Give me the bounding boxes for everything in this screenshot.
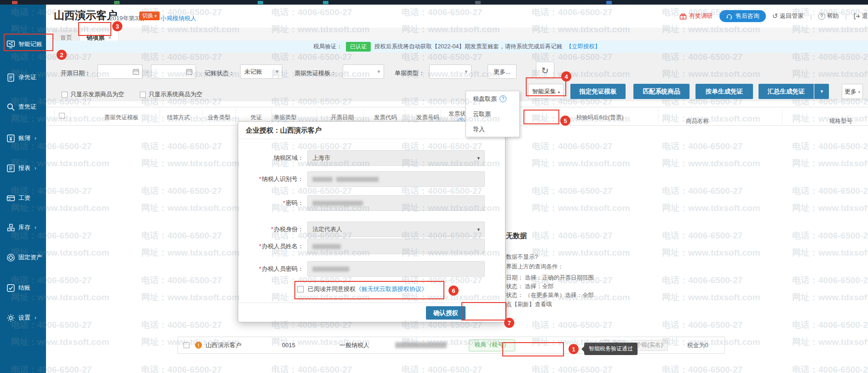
password-input[interactable]: [307, 195, 485, 211]
sidebar-item-closing[interactable]: 结账: [0, 280, 46, 296]
column-header[interactable]: 单据类型: [274, 114, 297, 122]
no-data-help-line: 状态： 选择：全部: [506, 283, 553, 291]
agreement-link[interactable]: 《账无忧云取票授权协议》: [356, 286, 427, 292]
show-empty-system-goods-checkbox[interactable]: 只显示系统商品为空: [140, 90, 202, 99]
refresh-button[interactable]: ↻: [536, 62, 554, 79]
taxpayer-type-link[interactable]: 小规模纳税人: [161, 14, 196, 23]
chevron-down-icon: ▾: [477, 155, 480, 161]
logout-link[interactable]: 退: [853, 12, 868, 20]
chevron-down-icon: ▾: [858, 90, 861, 94]
tax-id-label: *纳税人识别号：: [259, 175, 304, 183]
more-filters-button[interactable]: 更多...: [488, 64, 517, 79]
booking-status-label: 记账状态：: [205, 69, 235, 77]
close-icon[interactable]: ×: [108, 34, 112, 41]
generate-summary-button[interactable]: 汇总生成凭证: [759, 84, 814, 99]
more-actions-button[interactable]: 更多 ▾: [842, 84, 863, 99]
sidebar-item-label: 报表: [18, 164, 30, 172]
survey-link[interactable]: 有奖调研: [679, 12, 713, 20]
show-empty-invoice-goods-checkbox[interactable]: 只显示发票商品为空: [62, 90, 124, 99]
column-divider: [543, 109, 543, 124]
menu-item-cloud-invoice[interactable]: 云取票: [466, 106, 519, 122]
help-icon[interactable]: ?: [500, 95, 506, 102]
tax-id-label-text: 纳税人识别号：: [262, 175, 304, 182]
column-header[interactable]: 商品名称: [686, 117, 709, 125]
region-row: 纳税区域： 上海市 ▾: [238, 150, 506, 166]
agreement-row: 已阅读并同意授权《账无忧云取票授权协议》: [297, 285, 427, 293]
calendar-icon: [132, 68, 139, 75]
select-all-checkbox[interactable]: [59, 113, 65, 119]
column-header[interactable]: 校验码后6位(普票): [576, 114, 624, 122]
menu-item-import[interactable]: 导入: [466, 122, 519, 137]
no-data-help-line: 日期： 选择：正确的开票日期范围: [506, 274, 594, 282]
chevron-down-icon: ▾: [276, 69, 278, 75]
sidebar-item-inventory[interactable]: 库存 ›: [0, 219, 46, 236]
menu-item-label: 云取票: [473, 110, 491, 118]
identity-select[interactable]: 法定代表人 ▾: [307, 221, 485, 237]
checkbox-icon: [140, 92, 146, 98]
gift-icon: [679, 12, 687, 20]
required-mark: *: [259, 175, 261, 182]
back-to-manager-link[interactable]: ↺ 返回管家: [772, 12, 804, 20]
invoice-date-to-input[interactable]: [151, 64, 196, 79]
column-header[interactable]: 发票号码: [416, 114, 439, 122]
tax-bureau-button[interactable]: 税局（税号）: [469, 339, 515, 351]
sidebar-item-reports[interactable]: 报表 ›: [0, 160, 46, 176]
column-header[interactable]: 凭证: [251, 114, 262, 122]
invoice-date-from-input[interactable]: [98, 64, 143, 79]
sidebar-item-settings[interactable]: 设置 ›: [0, 309, 46, 326]
doc-type-label: 单据类型：: [395, 69, 425, 77]
back-to-manager-label: 返回管家: [780, 12, 804, 20]
agreement-checkbox[interactable]: [297, 286, 304, 292]
logout-label: 退: [862, 12, 868, 20]
sidebar-item-payroll[interactable]: 工资: [0, 190, 46, 206]
column-header[interactable]: 业务类型: [207, 114, 230, 122]
operator-name-input[interactable]: [307, 239, 485, 254]
generate-summary-dropdown[interactable]: ▾: [814, 84, 829, 99]
column-header[interactable]: 票据凭证模板: [104, 114, 139, 122]
tax-id-input[interactable]: [307, 171, 485, 187]
sidebar-item-ledger[interactable]: 账簿 ›: [0, 130, 46, 146]
menu-item-tax-disk[interactable]: 税盘取票 ?: [466, 91, 519, 106]
booking-status-select[interactable]: 未记账 ▾: [240, 64, 282, 79]
chevron-down-icon: ▾: [477, 227, 480, 233]
support-button[interactable]: 售后咨询: [719, 10, 766, 22]
column-header[interactable]: 结算方式: [167, 114, 190, 122]
company-row-checkbox[interactable]: [184, 342, 190, 348]
browser-chip: [12, 1, 17, 4]
closing-icon: [6, 284, 15, 292]
required-mark: *: [283, 199, 285, 206]
sidebar-item-label: 查凭证: [18, 103, 36, 111]
doc-type-select[interactable]: ▾: [429, 64, 471, 79]
match-goods-button[interactable]: 匹配系统商品: [633, 84, 690, 99]
sidebar-item-label: 设置: [18, 314, 30, 322]
column-header[interactable]: 规格型号: [829, 117, 852, 125]
column-divider: [54, 109, 55, 124]
assign-template-button[interactable]: 指定凭证模板: [570, 84, 626, 99]
redacted-tax-number: [395, 342, 447, 348]
smart-collect-button[interactable]: 智能采集 ▴: [528, 84, 564, 99]
confirm-authorization-button[interactable]: 确认授权: [426, 306, 466, 320]
page-title: 山西演示客户: [54, 8, 117, 23]
operator-password-input[interactable]: [307, 261, 485, 277]
sidebar-item-voucher-search[interactable]: 查凭证: [0, 99, 46, 115]
column-divider: [160, 109, 160, 124]
headset-icon: [726, 13, 733, 20]
region-select[interactable]: 上海市 ▾: [307, 150, 485, 166]
required-mark: *: [271, 226, 273, 233]
help-link[interactable]: ? 帮助: [818, 12, 839, 20]
sidebar-item-smart-accounting[interactable]: 智能记账: [0, 36, 46, 52]
submenu-arrow-icon: ›: [34, 165, 36, 171]
voucher-template-select[interactable]: ▾: [343, 64, 384, 79]
authorize-now-link[interactable]: 【立即授权】: [566, 43, 600, 51]
no-data-help-line: 状态： （在更多菜单）选择：全部: [506, 291, 594, 299]
generate-by-doc-button[interactable]: 按单生成凭证: [696, 84, 753, 99]
column-header[interactable]: 发票代码: [374, 114, 397, 122]
sidebar-item-voucher-entry[interactable]: 录凭证: [0, 69, 46, 86]
switch-period-button[interactable]: 切换 ▾: [139, 12, 160, 20]
invoice-date-label: 开票日期：: [61, 69, 91, 77]
column-header[interactable]: 开票日期: [331, 114, 354, 122]
modal-footer: 确认授权: [238, 303, 506, 323]
sidebar-item-fixed-assets[interactable]: 固定资产: [0, 249, 46, 266]
column-divider: [236, 109, 236, 124]
menu-item-label: 税盘取票: [473, 95, 497, 103]
